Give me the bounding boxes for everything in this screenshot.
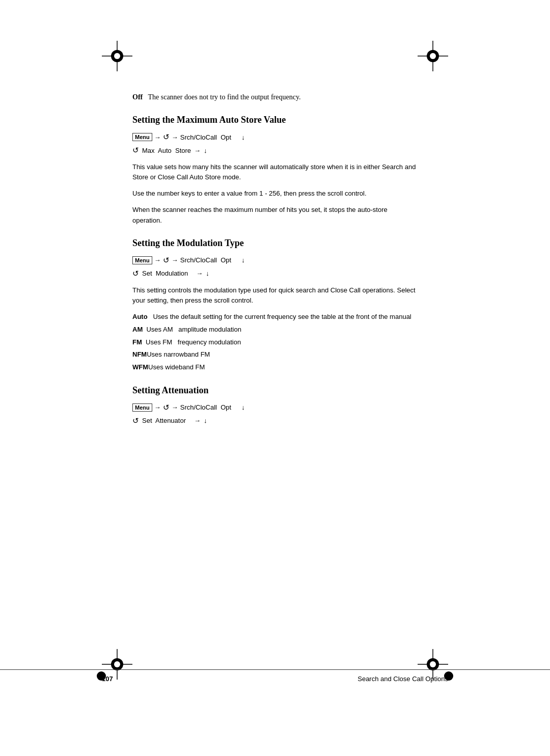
max-auto-store-menu-path: Menu → ↺ → Srch/CloCall Opt ↓ (132, 132, 418, 142)
svg-point-7 (430, 53, 436, 59)
footer-title: Search and Close Call Options (358, 675, 448, 683)
off-text: The scanner does not try to find the out… (148, 93, 300, 101)
attenuation-section: Setting Attenuation Menu → ↺ → Srch/CloC… (132, 385, 418, 425)
down-arrow-2: ↓ (204, 147, 207, 154)
modulation-body1: This setting controls the modulation typ… (132, 285, 418, 306)
modulation-type-heading: Setting the Modulation Type (132, 238, 418, 249)
svg-point-19 (430, 661, 436, 667)
down-arrow-6: ↓ (204, 417, 207, 424)
option-nfm-label: NFM (132, 350, 147, 358)
power-icon-4: ↺ (132, 269, 139, 278)
option-am-label: AM (132, 326, 143, 333)
max-auto-store-section: Setting the Maximum Auto Store Value Men… (132, 115, 418, 226)
power-icon-2: ↺ (132, 146, 139, 155)
menu-label-2: Menu (132, 256, 152, 264)
max-auto-store-heading: Setting the Maximum Auto Store Value (132, 115, 418, 125)
path-text-3: Srch/CloCall Opt (180, 403, 231, 411)
max-auto-store-body3: When the scanner reaches the maximum num… (132, 205, 418, 225)
option-fm: FM Uses FM frequency modulation (132, 337, 418, 348)
max-auto-store-sub-path: ↺ Max Auto Store → ↓ (132, 146, 418, 155)
sub-path-text-3: Set Attenuator (142, 417, 186, 424)
off-section: Off The scanner does not try to find the… (132, 92, 418, 102)
path-text-2: Srch/CloCall Opt (180, 256, 231, 264)
menu-label: Menu (132, 133, 152, 141)
option-nfm: NFMUses narrowband FM (132, 349, 418, 360)
down-arrow-3: ↓ (241, 256, 245, 264)
power-icon-5: ↺ (163, 403, 170, 412)
attenuation-heading: Setting Attenuation (132, 385, 418, 396)
option-fm-text: Uses FM frequency modulation (146, 338, 241, 346)
modulation-sub-path: ↺ Set Modulation → ↓ (132, 269, 418, 278)
option-am: AM Uses AM amplitude modulation (132, 325, 418, 335)
down-arrow-1: ↓ (241, 133, 245, 141)
content-area: Off The scanner does not try to find the… (132, 92, 418, 425)
page: Off The scanner does not try to find the… (0, 0, 550, 756)
footer-inner: 107 Search and Close Call Options (102, 672, 448, 683)
modulation-type-section: Setting the Modulation Type Menu → ↺ → S… (132, 238, 418, 373)
power-icon-3: ↺ (163, 256, 170, 265)
footer-bar: 107 Search and Close Call Options (0, 669, 550, 685)
option-nfm-text: Uses narrowband FM (147, 350, 210, 358)
option-am-text: Uses AM amplitude modulation (146, 326, 241, 333)
option-wfm-label: WFM (132, 363, 148, 371)
option-wfm: WFMUses wideband FM (132, 362, 418, 373)
option-auto-text: Uses the default setting for the current… (153, 313, 411, 320)
max-auto-store-body1: This value sets how many hits the scanne… (132, 162, 418, 182)
power-icon-6: ↺ (132, 416, 139, 425)
sub-path-text-2: Set Modulation (142, 269, 188, 277)
option-auto-label: Auto (132, 313, 148, 320)
path-text-1: Srch/CloCall Opt (180, 133, 231, 141)
option-wfm-text: Uses wideband FM (148, 363, 205, 371)
svg-point-1 (114, 53, 120, 59)
sub-path-text-1: Max Auto Store (142, 147, 191, 154)
off-description: Off The scanner does not try to find the… (132, 92, 418, 102)
svg-point-13 (114, 661, 120, 667)
attenuation-sub-path: ↺ Set Attenuator → ↓ (132, 416, 418, 425)
page-number: 107 (102, 675, 113, 683)
max-auto-store-body2: Use the number keys to enter a value fro… (132, 188, 418, 199)
down-arrow-4: ↓ (206, 269, 209, 277)
menu-label-3: Menu (132, 403, 152, 412)
attenuation-menu-path: Menu → ↺ → Srch/CloCall Opt ↓ (132, 403, 418, 412)
down-arrow-5: ↓ (241, 403, 245, 411)
power-icon-1: ↺ (163, 132, 170, 142)
modulation-menu-path: Menu → ↺ → Srch/CloCall Opt ↓ (132, 256, 418, 265)
off-label: Off (132, 93, 143, 101)
corner-mark-tl (102, 41, 132, 71)
option-fm-label: FM (132, 338, 142, 346)
corner-mark-tr (418, 41, 448, 71)
option-auto: Auto Uses the default setting for the cu… (132, 312, 418, 322)
